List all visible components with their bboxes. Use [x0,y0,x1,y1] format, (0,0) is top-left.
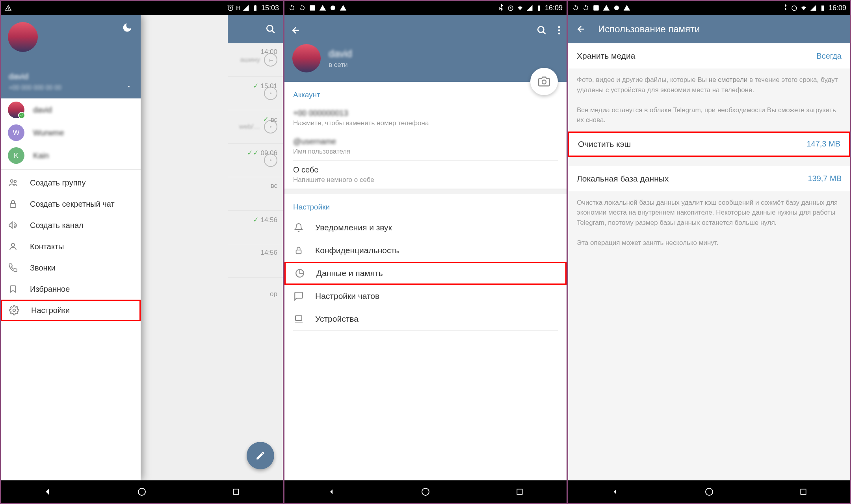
nav-recent[interactable] [512,484,528,500]
settings-devices[interactable]: Устройства [284,308,567,330]
nav-home[interactable] [701,484,717,500]
clear-cache-row[interactable]: Очистить кэш 147,3 MB [568,132,850,157]
back-icon[interactable] [291,25,301,35]
drawer-create-channel[interactable]: Создать канал [1,215,141,236]
svg-rect-13 [233,489,238,494]
warning-icon [603,4,610,11]
account-item[interactable]: david [1,98,141,121]
group-icon [8,178,18,188]
account-item[interactable]: K Kain [1,144,141,167]
check-icon: ✓ [263,115,269,123]
nav-recent[interactable] [795,484,811,500]
nav-back[interactable] [323,484,339,500]
settings-data-storage[interactable]: Данные и память [284,262,567,285]
nav-recent[interactable] [228,484,244,500]
phone-row[interactable]: +00 000000013 Нажмите, чтобы изменить но… [284,104,567,132]
chat-item[interactable]: ✓ 14:56 [228,211,283,244]
image-icon [309,4,316,11]
wifi-icon [517,4,524,11]
back-icon[interactable] [576,24,586,34]
drawer-create-group[interactable]: Создать группу [1,172,141,193]
avatar[interactable] [292,44,321,72]
bio-row[interactable]: О себе Напишите немного о себе [284,161,567,189]
camera-fab[interactable] [530,68,558,95]
drawer-contacts[interactable]: Контакты [1,236,141,257]
drawer-settings[interactable]: Настройки [1,300,141,321]
svg-point-26 [422,488,429,495]
profile-header: david в сети [284,15,567,82]
svg-rect-14 [310,5,315,11]
pie-icon [294,268,305,279]
svg-point-19 [558,26,560,28]
svg-rect-25 [295,316,302,321]
chat-item[interactable]: ✓ 15:01 [228,77,283,110]
nav-back[interactable] [40,484,56,500]
drawer-saved[interactable]: Избранное [1,278,141,300]
drawer-calls[interactable]: Звонки [1,257,141,278]
alarm-icon [791,4,798,11]
chat-icon [293,291,304,302]
divider [1,169,141,170]
more-icon[interactable] [558,25,560,35]
phone-icon [8,263,18,273]
chat-item[interactable]: вс [228,177,283,211]
chat-item[interactable]: ✓✓ 09:06 [228,144,283,177]
account-item[interactable]: W Wurwme [1,121,141,144]
chat-topbar [228,15,283,43]
gear-icon [9,305,19,315]
nav-home[interactable] [418,484,433,500]
nav-back[interactable] [607,484,623,500]
username-row[interactable]: @username Имя пользователя [284,132,567,160]
settings-privacy[interactable]: Конфиденциальность [284,239,567,262]
keep-media-row[interactable]: Хранить медиа Всегда [568,43,850,69]
chat-item[interactable]: 14:00 ашину [228,43,283,77]
local-db-row[interactable]: Локальная база данных 139,7 MB [568,166,850,191]
chat-item[interactable]: 14:56 [228,244,283,278]
laptop-icon [293,313,304,324]
statusbar-time: 16:09 [829,4,846,12]
expand-accounts[interactable] [126,83,132,90]
warning-icon [5,4,12,11]
avatar[interactable] [8,22,38,52]
svg-point-29 [614,6,619,10]
double-check-icon: ✓✓ [247,149,259,157]
bluetooth-icon [498,4,505,11]
battery-icon [252,4,259,11]
screen-content: david в сети Аккаунт +00 000000013 Нажми… [284,15,567,480]
night-mode-icon[interactable] [122,22,133,33]
battery-icon [819,4,826,11]
svg-rect-9 [10,204,16,208]
signal-icon [810,4,817,11]
statusbar: H 15:03 [1,1,283,15]
drawer-secret-chat[interactable]: Создать секретный чат [1,193,141,215]
settings-notifications[interactable]: Уведомления и звук [284,216,567,239]
warning-icon [340,4,347,11]
svg-point-10 [11,243,15,246]
compose-fab[interactable] [247,442,274,469]
svg-point-20 [558,30,560,32]
screen-content: Использование памяти Хранить медиа Всегд… [568,15,850,480]
nav-home[interactable] [134,484,150,500]
svg-rect-2 [255,5,256,6]
svg-point-15 [331,6,335,10]
alarm-icon [227,4,234,11]
svg-point-6 [270,159,271,161]
settings-chat[interactable]: Настройки чатов [284,285,567,308]
statusbar: 16:09 [568,1,850,15]
drawer-header: david +00 000 000 00 00 [1,15,141,98]
page-title: Использование памяти [598,24,700,35]
appbar: Использование памяти [568,15,850,43]
statusbar-time: 15:03 [261,4,279,12]
phone-1: H 15:03 14:00 ашину ✓ 15:01 [1,1,283,503]
chat-item[interactable]: ор [228,278,283,311]
check-icon: ✓ [253,82,259,90]
search-icon[interactable] [537,25,547,35]
divider [293,330,558,331]
sync-icon [582,4,589,11]
alarm-icon [507,4,514,11]
svg-point-5 [270,126,271,128]
pencil-icon [255,450,266,461]
chat-list-partial: 14:00 ашину ✓ 15:01 ✓ вс web/… ✓✓ 09:06 [228,15,283,480]
search-icon[interactable] [266,24,276,34]
chat-item[interactable]: ✓ вс web/… [228,110,283,144]
